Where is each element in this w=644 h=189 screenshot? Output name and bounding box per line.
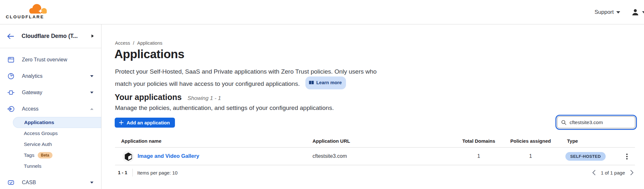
description-line-2: match your policies will have access to … <box>115 80 300 87</box>
pie-chart-icon <box>7 72 15 80</box>
casb-check-icon <box>7 179 15 186</box>
zero-trust-dashboard: CLOUDFLARE Support <box>0 0 644 189</box>
sidebar-item-label: Access <box>22 106 39 112</box>
page-title: Applications <box>114 48 184 61</box>
col-total-domains: Total Domains <box>458 138 500 144</box>
sidebar-item-tags[interactable]: Tags Beta <box>0 150 101 161</box>
sidebar-account-header: Cloudflare Demo (T... <box>0 24 101 48</box>
breadcrumb-applications[interactable]: Applications <box>137 40 162 46</box>
sidebar-subitem-label: Tags <box>0 152 34 158</box>
user-menu[interactable] <box>631 8 644 16</box>
gateway-icon <box>7 89 15 96</box>
chevron-right-icon[interactable] <box>91 34 94 38</box>
support-menu[interactable]: Support <box>594 9 620 15</box>
access-login-icon <box>7 105 15 113</box>
sidebar-item-label: Analytics <box>22 73 43 79</box>
col-type: Type <box>567 138 578 144</box>
sidebar-subitem-label: Access Groups <box>0 130 58 136</box>
sidebar-item-access[interactable]: Access <box>0 101 101 117</box>
sidebar-item-gateway[interactable]: Gateway <box>0 84 101 101</box>
sidebar-item-zero-trust-overview[interactable]: Zero Trust overview <box>0 51 101 68</box>
sidebar-subitem-label: Service Auth <box>0 141 52 147</box>
footer-divider <box>132 169 133 176</box>
page-description: Protect your Self-Hosted, SaaS and Priva… <box>115 67 377 89</box>
application-avatar <box>122 151 134 162</box>
sidebar-item-casb[interactable]: CASB <box>0 174 101 189</box>
sidebar-subitem-label: Applications <box>13 120 54 125</box>
search-input[interactable] <box>557 116 635 128</box>
cloudflare-cloud-icon <box>28 3 48 15</box>
main-content: Access / Applications Applications Prote… <box>102 24 644 189</box>
type-badge: SELF-HOSTED <box>565 152 606 161</box>
chevron-down-icon <box>642 11 644 14</box>
section-title: Your applications <box>115 93 182 102</box>
search-box <box>557 116 635 128</box>
support-label: Support <box>594 9 614 15</box>
book-icon <box>309 80 314 85</box>
application-url-cell: cftestsite3.com <box>312 153 347 159</box>
next-page-icon[interactable] <box>630 170 634 176</box>
showing-count: Showing 1 - 1 <box>187 95 221 102</box>
sidebar-item-applications[interactable]: Applications <box>13 117 101 128</box>
sidebar-item-access-groups[interactable]: Access Groups <box>0 128 101 139</box>
cube-icon <box>124 152 133 161</box>
cloudflare-wordmark: CLOUDFLARE <box>6 14 44 19</box>
pager: 1 of 1 page <box>592 170 634 176</box>
row-menu-kebab-icon[interactable] <box>623 152 631 161</box>
breadcrumb-separator: / <box>133 40 134 46</box>
person-icon <box>631 8 639 16</box>
col-application-url: Application URL <box>312 138 350 144</box>
description-line-1: Protect your Self-Hosted, SaaS and Priva… <box>115 67 377 76</box>
total-domains-cell: 1 <box>458 153 500 159</box>
sidebar-subitem-label: Tunnels <box>0 163 42 169</box>
pagination-range: 1 - 1 <box>118 170 127 175</box>
sidebar-item-analytics[interactable]: Analytics <box>0 68 101 84</box>
window-overview-icon <box>7 56 15 64</box>
previous-page-icon[interactable] <box>592 170 596 176</box>
chevron-down-icon <box>90 182 93 184</box>
table-row: Image and Video Gallery cftestsite3.com … <box>115 148 635 165</box>
table-footer: 1 - 1 Items per page: 10 1 of 1 page <box>115 165 635 180</box>
sidebar-nav: Zero Trust overview Analytics <box>0 48 101 189</box>
learn-more-label: Learn more <box>316 78 342 88</box>
learn-more-button[interactable]: Learn more <box>305 76 346 89</box>
applications-table: Application name Application URL Total D… <box>115 137 635 180</box>
page-status: 1 of 1 page <box>601 170 625 176</box>
add-application-button[interactable]: Add an application <box>115 118 175 128</box>
cloudflare-logo[interactable]: CLOUDFLARE <box>6 3 48 21</box>
sidebar: Cloudflare Demo (T... Zero Trust overvie… <box>0 24 101 189</box>
back-arrow-icon[interactable] <box>6 32 15 40</box>
account-name: Cloudflare Demo (T... <box>22 33 78 40</box>
col-policies-assigned: Policies assigned <box>505 138 556 144</box>
sidebar-item-tunnels[interactable]: Tunnels <box>0 161 101 172</box>
section-subtitle: Manage the policies, authentication, and… <box>115 104 334 112</box>
plus-icon <box>119 120 124 125</box>
sidebar-item-label: Gateway <box>22 90 42 95</box>
add-application-label: Add an application <box>127 120 170 125</box>
chevron-down-icon <box>616 11 620 14</box>
breadcrumb-access[interactable]: Access <box>115 40 130 46</box>
sidebar-item-label: Zero Trust overview <box>22 57 67 63</box>
table-header-row: Application name Application URL Total D… <box>115 137 635 148</box>
chevron-down-icon <box>90 75 93 77</box>
beta-badge: Beta <box>38 152 53 158</box>
sidebar-item-label: CASB <box>22 180 36 185</box>
breadcrumb: Access / Applications <box>115 40 162 46</box>
top-bar: CLOUDFLARE Support <box>0 0 644 24</box>
sidebar-item-service-auth[interactable]: Service Auth <box>0 139 101 150</box>
chevron-up-icon <box>90 108 93 110</box>
policies-assigned-cell: 1 <box>505 153 556 159</box>
chevron-down-icon <box>90 92 93 94</box>
col-application-name: Application name <box>121 138 161 144</box>
application-name-link[interactable]: Image and Video Gallery <box>138 153 199 159</box>
items-per-page[interactable]: Items per page: 10 <box>137 170 178 176</box>
